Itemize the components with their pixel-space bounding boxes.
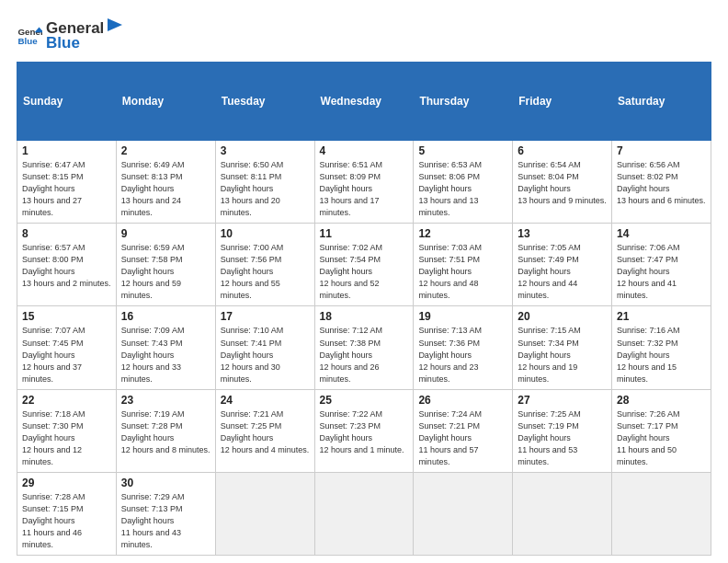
calendar-cell: 5Sunrise: 6:53 AMSunset: 8:06 PMDaylight… xyxy=(414,141,513,224)
day-number: 9 xyxy=(121,227,210,240)
calendar-cell: 20Sunrise: 7:15 AMSunset: 7:34 PMDayligh… xyxy=(513,306,612,389)
day-number: 17 xyxy=(221,310,310,323)
calendar-cell: 17Sunrise: 7:10 AMSunset: 7:41 PMDayligh… xyxy=(215,306,314,389)
calendar-cell xyxy=(314,472,414,555)
day-info: Sunrise: 6:47 AMSunset: 8:15 PMDaylight … xyxy=(22,159,111,219)
day-number: 27 xyxy=(518,394,607,407)
day-number: 19 xyxy=(418,310,507,323)
day-number: 11 xyxy=(320,227,409,240)
day-info: Sunrise: 7:18 AMSunset: 7:30 PMDaylight … xyxy=(22,408,111,468)
day-number: 8 xyxy=(22,227,111,240)
calendar-cell: 26Sunrise: 7:24 AMSunset: 7:21 PMDayligh… xyxy=(414,389,513,472)
day-info: Sunrise: 7:25 AMSunset: 7:19 PMDaylight … xyxy=(518,408,607,468)
day-number: 30 xyxy=(121,477,210,489)
calendar-cell: 3Sunrise: 6:50 AMSunset: 8:11 PMDaylight… xyxy=(215,141,314,224)
calendar-week-0: 1Sunrise: 6:47 AMSunset: 8:15 PMDaylight… xyxy=(17,141,711,224)
calendar-table: SundayMondayTuesdayWednesdayThursdayFrid… xyxy=(17,62,711,556)
calendar-cell xyxy=(612,472,711,555)
day-info: Sunrise: 7:21 AMSunset: 7:25 PMDaylight … xyxy=(221,408,310,456)
day-number: 24 xyxy=(221,394,310,407)
day-info: Sunrise: 6:50 AMSunset: 8:11 PMDaylight … xyxy=(221,159,310,219)
day-number: 6 xyxy=(518,144,607,157)
day-info: Sunrise: 7:16 AMSunset: 7:32 PMDaylight … xyxy=(617,325,706,385)
weekday-monday: Monday xyxy=(116,63,215,141)
day-info: Sunrise: 6:53 AMSunset: 8:06 PMDaylight … xyxy=(418,159,507,219)
day-info: Sunrise: 7:00 AMSunset: 7:56 PMDaylight … xyxy=(221,242,310,302)
day-info: Sunrise: 6:51 AMSunset: 8:09 PMDaylight … xyxy=(320,159,409,219)
svg-marker-3 xyxy=(108,18,122,31)
day-number: 16 xyxy=(121,310,210,323)
day-number: 10 xyxy=(221,227,310,240)
calendar-cell: 13Sunrise: 7:05 AMSunset: 7:49 PMDayligh… xyxy=(513,224,612,306)
day-number: 3 xyxy=(221,144,310,157)
calendar-week-3: 22Sunrise: 7:18 AMSunset: 7:30 PMDayligh… xyxy=(17,389,711,472)
day-info: Sunrise: 6:56 AMSunset: 8:02 PMDaylight … xyxy=(617,159,706,207)
calendar-cell: 2Sunrise: 6:49 AMSunset: 8:13 PMDaylight… xyxy=(116,141,215,224)
calendar-cell: 11Sunrise: 7:02 AMSunset: 7:54 PMDayligh… xyxy=(314,224,414,306)
day-info: Sunrise: 7:22 AMSunset: 7:23 PMDaylight … xyxy=(320,408,409,456)
calendar-cell: 21Sunrise: 7:16 AMSunset: 7:32 PMDayligh… xyxy=(612,306,711,389)
weekday-header-row: SundayMondayTuesdayWednesdayThursdayFrid… xyxy=(17,63,711,141)
header: General Blue General Blue xyxy=(17,17,711,52)
calendar-cell xyxy=(414,472,513,555)
day-info: Sunrise: 7:26 AMSunset: 7:17 PMDaylight … xyxy=(617,408,706,468)
calendar-cell: 8Sunrise: 6:57 AMSunset: 8:00 PMDaylight… xyxy=(17,224,117,306)
calendar-cell: 7Sunrise: 6:56 AMSunset: 8:02 PMDaylight… xyxy=(612,141,711,224)
calendar-cell: 30Sunrise: 7:29 AMSunset: 7:13 PMDayligh… xyxy=(116,472,215,555)
day-number: 5 xyxy=(418,144,507,157)
day-info: Sunrise: 7:29 AMSunset: 7:13 PMDaylight … xyxy=(121,491,210,551)
calendar-cell: 15Sunrise: 7:07 AMSunset: 7:45 PMDayligh… xyxy=(17,306,117,389)
calendar-cell: 28Sunrise: 7:26 AMSunset: 7:17 PMDayligh… xyxy=(612,389,711,472)
day-info: Sunrise: 7:05 AMSunset: 7:49 PMDaylight … xyxy=(518,242,607,302)
calendar-week-1: 8Sunrise: 6:57 AMSunset: 8:00 PMDaylight… xyxy=(17,224,711,306)
weekday-sunday: Sunday xyxy=(17,63,117,141)
day-info: Sunrise: 7:06 AMSunset: 7:47 PMDaylight … xyxy=(617,242,706,302)
day-number: 1 xyxy=(22,144,111,157)
weekday-friday: Friday xyxy=(513,63,612,141)
logo-arrow-icon xyxy=(104,17,124,33)
day-info: Sunrise: 6:59 AMSunset: 7:58 PMDaylight … xyxy=(121,242,210,302)
weekday-saturday: Saturday xyxy=(612,63,711,141)
day-info: Sunrise: 7:10 AMSunset: 7:41 PMDaylight … xyxy=(221,325,310,385)
calendar-week-2: 15Sunrise: 7:07 AMSunset: 7:45 PMDayligh… xyxy=(17,306,711,389)
calendar: SundayMondayTuesdayWednesdayThursdayFrid… xyxy=(17,62,711,556)
day-info: Sunrise: 7:19 AMSunset: 7:28 PMDaylight … xyxy=(121,408,210,456)
page: General Blue General Blue xyxy=(0,0,728,563)
day-number: 12 xyxy=(418,227,507,240)
day-info: Sunrise: 7:24 AMSunset: 7:21 PMDaylight … xyxy=(418,408,507,468)
calendar-cell: 4Sunrise: 6:51 AMSunset: 8:09 PMDaylight… xyxy=(314,141,414,224)
day-number: 4 xyxy=(320,144,409,157)
logo: General Blue General Blue xyxy=(17,17,124,52)
day-number: 18 xyxy=(320,310,409,323)
day-info: Sunrise: 6:57 AMSunset: 8:00 PMDaylight … xyxy=(22,242,111,290)
day-number: 14 xyxy=(617,227,706,240)
calendar-cell: 1Sunrise: 6:47 AMSunset: 8:15 PMDaylight… xyxy=(17,141,117,224)
day-number: 7 xyxy=(617,144,706,157)
day-number: 26 xyxy=(418,394,507,407)
calendar-cell: 18Sunrise: 7:12 AMSunset: 7:38 PMDayligh… xyxy=(314,306,414,389)
day-info: Sunrise: 7:09 AMSunset: 7:43 PMDaylight … xyxy=(121,325,210,385)
day-info: Sunrise: 7:28 AMSunset: 7:15 PMDaylight … xyxy=(22,491,111,551)
day-number: 2 xyxy=(121,144,210,157)
calendar-cell: 14Sunrise: 7:06 AMSunset: 7:47 PMDayligh… xyxy=(612,224,711,306)
calendar-cell xyxy=(215,472,314,555)
calendar-week-4: 29Sunrise: 7:28 AMSunset: 7:15 PMDayligh… xyxy=(17,472,711,555)
day-info: Sunrise: 7:12 AMSunset: 7:38 PMDaylight … xyxy=(320,325,409,385)
weekday-thursday: Thursday xyxy=(414,63,513,141)
svg-text:Blue: Blue xyxy=(17,35,38,45)
calendar-cell: 6Sunrise: 6:54 AMSunset: 8:04 PMDaylight… xyxy=(513,141,612,224)
weekday-tuesday: Tuesday xyxy=(215,63,314,141)
day-info: Sunrise: 6:54 AMSunset: 8:04 PMDaylight … xyxy=(518,159,607,207)
day-info: Sunrise: 7:15 AMSunset: 7:34 PMDaylight … xyxy=(518,325,607,385)
calendar-cell: 25Sunrise: 7:22 AMSunset: 7:23 PMDayligh… xyxy=(314,389,414,472)
calendar-cell xyxy=(513,472,612,555)
calendar-cell: 19Sunrise: 7:13 AMSunset: 7:36 PMDayligh… xyxy=(414,306,513,389)
day-number: 20 xyxy=(518,310,607,323)
day-info: Sunrise: 7:02 AMSunset: 7:54 PMDaylight … xyxy=(320,242,409,302)
day-info: Sunrise: 7:03 AMSunset: 7:51 PMDaylight … xyxy=(418,242,507,302)
day-info: Sunrise: 7:13 AMSunset: 7:36 PMDaylight … xyxy=(418,325,507,385)
calendar-cell: 9Sunrise: 6:59 AMSunset: 7:58 PMDaylight… xyxy=(116,224,215,306)
day-number: 22 xyxy=(22,394,111,407)
weekday-wednesday: Wednesday xyxy=(314,63,414,141)
day-info: Sunrise: 6:49 AMSunset: 8:13 PMDaylight … xyxy=(121,159,210,219)
